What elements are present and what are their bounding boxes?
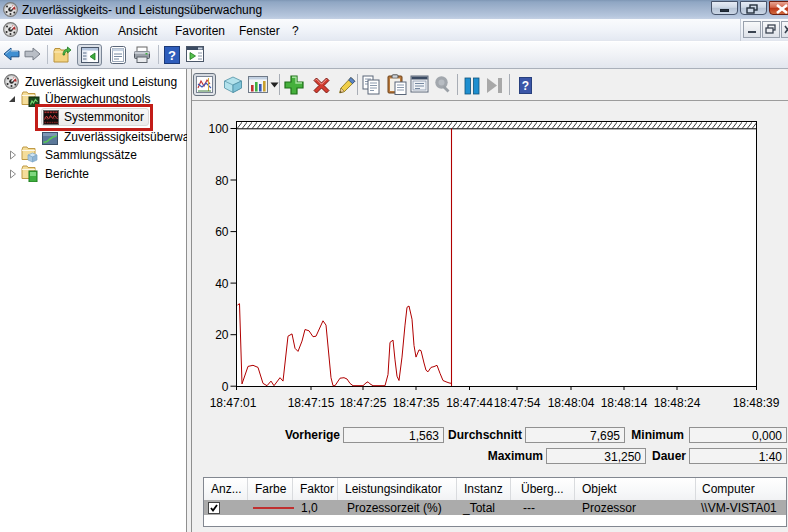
svg-text:18:47:25: 18:47:25	[340, 396, 387, 410]
svg-text:18:47:35: 18:47:35	[393, 396, 440, 410]
svg-text:100: 100	[208, 122, 228, 136]
svg-text:?: ?	[168, 48, 176, 63]
svg-text:80: 80	[215, 174, 229, 188]
svg-text:?: ?	[522, 79, 529, 93]
svg-text:0: 0	[222, 380, 229, 394]
svg-text:20: 20	[215, 328, 229, 342]
svg-text:18:47:44: 18:47:44	[446, 396, 493, 410]
svg-text:18:48:39: 18:48:39	[733, 396, 780, 410]
svg-text:40: 40	[215, 277, 229, 291]
svg-text:18:47:01: 18:47:01	[210, 396, 257, 410]
svg-text:18:48:14: 18:48:14	[601, 396, 648, 410]
svg-text:18:47:15: 18:47:15	[288, 396, 335, 410]
svg-text:18:48:04: 18:48:04	[548, 396, 595, 410]
svg-text:18:47:54: 18:47:54	[494, 396, 541, 410]
svg-text:60: 60	[215, 225, 229, 239]
svg-text:18:48:24: 18:48:24	[654, 396, 701, 410]
